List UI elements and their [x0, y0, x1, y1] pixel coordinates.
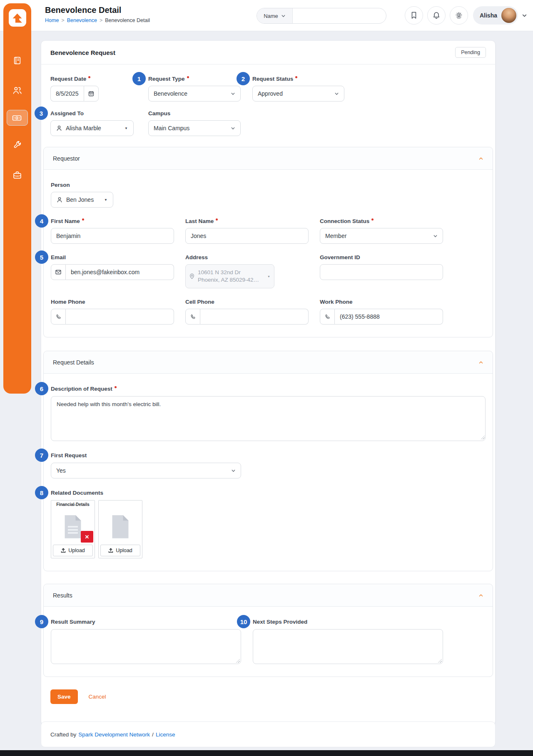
request-details-panel-title: Request Details: [53, 359, 94, 366]
results-panel: Results 9 Result Summary 10: [43, 584, 493, 677]
footer-separator: /: [152, 731, 154, 738]
chevron-down-icon: [433, 234, 438, 238]
user-menu-caret[interactable]: [522, 13, 527, 18]
sidebar-item-people[interactable]: [7, 80, 28, 101]
request-details-panel-header[interactable]: Request Details: [44, 351, 493, 374]
email-input[interactable]: [66, 264, 174, 280]
calendar-icon: [88, 91, 94, 97]
assigned-to-label: Assigned To: [50, 110, 84, 116]
cancel-button[interactable]: Cancel: [89, 694, 106, 700]
date-picker-button[interactable]: [84, 86, 99, 102]
next-steps-textarea[interactable]: [253, 629, 443, 664]
resize-grip-icon[interactable]: [480, 435, 485, 439]
required-indicator: [187, 76, 189, 78]
phone-row: Home Phone Cell Phone: [51, 297, 486, 325]
sidebar-item-directory[interactable]: [7, 50, 28, 71]
work-phone-label: Work Phone: [320, 299, 353, 305]
chevron-up-icon: [478, 360, 483, 365]
request-date-input[interactable]: 8/5/2025: [50, 86, 84, 102]
search-input[interactable]: [293, 13, 386, 19]
person-field: Person Ben Jones ▼: [51, 181, 113, 208]
person-icon: [56, 125, 62, 131]
top-bar: Benevolence Detail Home > Benevolence > …: [0, 0, 533, 31]
home-phone-input[interactable]: [66, 309, 174, 325]
email-field: 5 Email: [51, 253, 174, 288]
request-status-field: 2 Request Status Approved: [252, 74, 344, 102]
first-name-input[interactable]: [51, 228, 174, 244]
requestor-panel-header[interactable]: Requestor: [44, 147, 493, 170]
connection-status-label: Connection Status: [320, 218, 369, 224]
work-phone-field: Work Phone: [320, 297, 443, 325]
chevron-up-icon: [478, 593, 483, 598]
description-textarea[interactable]: Needed help with this month's electric b…: [51, 396, 486, 441]
assigned-to-field: 3 Assigned To Alisha Marble ▼: [50, 109, 134, 136]
first-name-field: 4 First Name: [51, 217, 174, 244]
request-type-field: 1 Request Type Benevolence: [148, 74, 241, 102]
required-indicator: [216, 218, 218, 221]
bookmark-button[interactable]: [405, 6, 423, 25]
work-phone-input[interactable]: [335, 309, 443, 325]
connection-status-field: Connection Status Member: [320, 217, 443, 244]
government-id-field: Government ID: [320, 253, 443, 288]
callout-9: 9: [35, 615, 48, 628]
required-indicator: [82, 218, 84, 221]
form-actions: Save Cancel: [50, 689, 486, 704]
sidebar-item-tools[interactable]: [7, 134, 28, 156]
theme-button[interactable]: [450, 6, 468, 25]
first-request-select[interactable]: Yes: [51, 463, 241, 478]
result-summary-label: Result Summary: [51, 619, 95, 625]
last-name-input[interactable]: [185, 228, 309, 244]
chevron-down-icon: [231, 92, 235, 96]
work-phone-addon: [320, 309, 335, 325]
resize-grip-icon[interactable]: [437, 658, 442, 663]
save-button[interactable]: Save: [50, 689, 78, 704]
callout-3: 3: [35, 107, 48, 120]
first-request-field: 7 First Request Yes: [51, 451, 241, 478]
request-date-field: Request Date 8/5/2025: [50, 74, 98, 102]
card-header: Benevolence Request Pending: [41, 41, 495, 64]
campus-select[interactable]: Main Campus: [148, 120, 241, 136]
address-line2: Phoenix, AZ 85029-42…: [198, 276, 264, 284]
phone-icon: [325, 314, 330, 320]
user-menu[interactable]: Alisha: [473, 6, 518, 25]
callout-8: 8: [35, 486, 48, 499]
email-addon: [51, 264, 66, 280]
person-picker[interactable]: Ben Jones ▼: [51, 192, 113, 208]
results-panel-header[interactable]: Results: [44, 584, 493, 607]
license-link[interactable]: License: [156, 731, 175, 738]
footer-crafted-by: Crafted by: [50, 731, 76, 738]
avatar: [501, 8, 516, 23]
sidebar-item-work[interactable]: [7, 164, 28, 186]
notifications-button[interactable]: [427, 6, 446, 25]
result-summary-textarea[interactable]: [51, 629, 241, 664]
connection-status-select[interactable]: Member: [320, 228, 443, 244]
campus-label: Campus: [148, 110, 170, 116]
delete-document-button[interactable]: ✕: [81, 531, 93, 543]
sidebar-item-finance[interactable]: [7, 110, 28, 126]
campus-field: Campus Main Campus: [148, 109, 241, 136]
assigned-to-picker[interactable]: Alisha Marble ▼: [50, 120, 134, 136]
upload-button[interactable]: Upload: [100, 545, 140, 556]
request-details-panel: Request Details 6 Description of Request…: [43, 351, 493, 571]
government-id-input[interactable]: [320, 264, 443, 280]
search-filter-dropdown[interactable]: Name: [257, 8, 293, 23]
user-name: Alisha: [480, 12, 497, 19]
home-phone-label: Home Phone: [51, 299, 85, 305]
callout-5: 5: [35, 250, 48, 264]
cell-phone-input[interactable]: [200, 309, 309, 325]
document-upload-box: Financial-Details ✕ Upload: [51, 500, 95, 558]
cell-phone-label: Cell Phone: [185, 299, 214, 305]
rock-logo[interactable]: [9, 9, 26, 27]
request-status-select[interactable]: Approved: [252, 86, 344, 102]
breadcrumb-benevolence[interactable]: Benevolence: [67, 17, 97, 23]
request-type-select[interactable]: Benevolence: [148, 86, 241, 102]
global-search: Name: [257, 8, 386, 24]
upload-button[interactable]: Upload: [53, 545, 93, 556]
chevron-down-icon: [281, 14, 286, 18]
breadcrumb-home[interactable]: Home: [45, 17, 59, 23]
requestor-panel-title: Requestor: [53, 155, 80, 162]
spark-development-network-link[interactable]: Spark Development Network: [78, 731, 150, 738]
address-picker[interactable]: 10601 N 32nd Dr Phoenix, AZ 85029-42… ▼: [185, 264, 274, 288]
resize-grip-icon[interactable]: [235, 658, 240, 663]
people-icon: [12, 86, 22, 95]
